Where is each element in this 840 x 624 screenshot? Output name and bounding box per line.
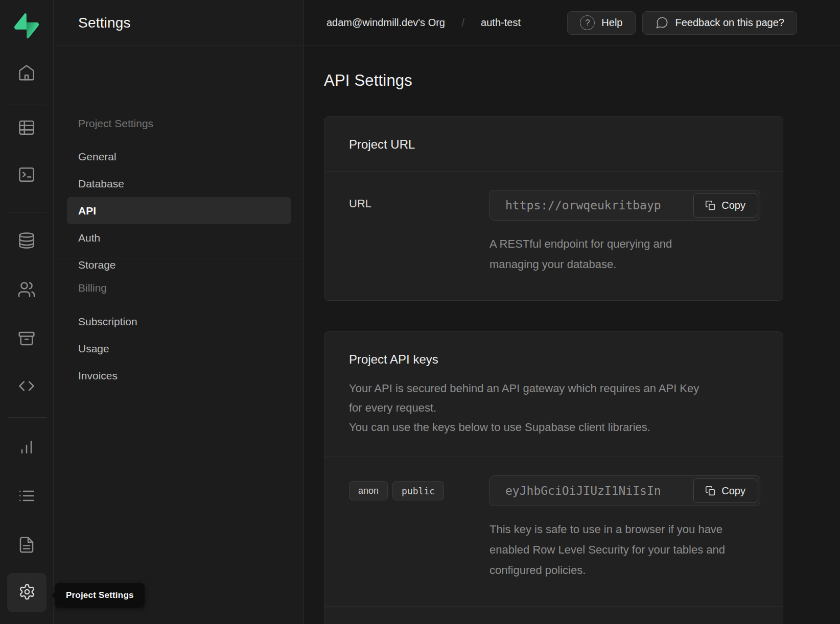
breadcrumb-project[interactable]: auth-test <box>481 17 521 29</box>
settings-sidebar: Settings Project Settings General Databa… <box>54 0 304 624</box>
api-keys-description-line2: You can use the keys below to use Supaba… <box>349 418 707 437</box>
api-code-icon <box>17 377 36 397</box>
anon-key-description: This key is safe to use in a browser if … <box>489 519 727 581</box>
main-area: adam@windmill.dev's Org / auth-test ? He… <box>305 0 840 624</box>
speech-bubble-icon <box>655 16 669 30</box>
help-question-icon: ? <box>580 15 595 30</box>
sidebar-item-auth[interactable]: Auth <box>54 224 304 251</box>
section-label-project-settings: Project Settings <box>78 117 153 130</box>
project-settings-gear-button[interactable] <box>7 573 46 612</box>
icon-rail <box>0 0 54 624</box>
sidebar-item-api[interactable]: API <box>67 197 291 224</box>
copy-icon <box>705 200 716 211</box>
api-nav-button[interactable] <box>12 375 41 398</box>
topbar-actions: ? Help Feedback on this page? <box>567 11 797 35</box>
table-editor-icon <box>17 118 36 138</box>
copy-button-label: Copy <box>721 485 745 497</box>
table-editor-nav-button[interactable] <box>12 116 41 140</box>
key-badges: anon public <box>349 475 489 581</box>
auth-users-icon <box>17 280 36 300</box>
sidebar-section-divider <box>54 258 304 258</box>
url-description: A RESTful endpoint for querying and mana… <box>489 234 694 275</box>
database-icon <box>17 231 36 251</box>
database-nav-button[interactable] <box>12 229 41 253</box>
url-field-content: https://orwqeukritbayp Copy A RESTful <box>489 190 760 275</box>
logs-nav-button[interactable] <box>12 485 41 508</box>
settings-gear-icon <box>18 583 36 602</box>
storage-nav-button[interactable] <box>12 327 41 351</box>
api-keys-card-title: Project API keys <box>349 352 758 367</box>
sql-terminal-icon <box>17 165 36 185</box>
section-label-billing: Billing <box>78 282 107 294</box>
sidebar-title: Settings <box>78 15 131 31</box>
help-button[interactable]: ? Help <box>567 11 635 35</box>
reports-icon <box>17 438 36 458</box>
api-keys-card: Project API keys Your API is secured beh… <box>324 331 783 624</box>
settings-sidebar-nav: Project Settings General Database API Au… <box>54 46 304 624</box>
copy-anon-key-button[interactable]: Copy <box>693 478 757 503</box>
auth-nav-button[interactable] <box>12 278 41 302</box>
project-url-card-header: Project URL <box>324 117 783 171</box>
project-settings-tooltip: Project Settings <box>55 583 145 608</box>
anon-key-content: eyJhbGciOiJIUzI1NiIsIn Copy This key <box>489 475 760 581</box>
api-keys-card-body: anon public eyJhbGciOiJIUzI1NiIsIn <box>324 457 783 606</box>
settings-sidebar-header: Settings <box>54 0 304 46</box>
home-icon <box>17 63 36 83</box>
url-field-label: URL <box>349 190 489 275</box>
sidebar-item-general[interactable]: General <box>54 143 304 170</box>
logs-list-icon <box>17 487 36 507</box>
breadcrumb: adam@windmill.dev's Org / auth-test <box>326 16 521 30</box>
sidebar-item-invoices[interactable]: Invoices <box>54 362 304 389</box>
project-url-card-title: Project URL <box>349 137 758 152</box>
breadcrumb-org[interactable]: adam@windmill.dev's Org <box>326 17 445 29</box>
rail-divider <box>8 417 46 418</box>
breadcrumb-separator: / <box>461 16 464 30</box>
api-keys-description-line1: Your API is secured behind an API gatewa… <box>349 379 707 418</box>
page-content: API Settings Project URL URL https://orw… <box>305 46 840 624</box>
feedback-button[interactable]: Feedback on this page? <box>642 11 798 35</box>
project-url-card-body: URL https://orwqeukritbayp Copy <box>324 172 783 300</box>
tooltip-label: Project Settings <box>66 590 134 601</box>
storage-icon <box>17 329 36 349</box>
anon-badge: anon <box>349 481 388 500</box>
feedback-button-label: Feedback on this page? <box>675 17 785 29</box>
supabase-logo[interactable] <box>14 13 39 39</box>
api-keys-card-header: Project API keys Your API is secured beh… <box>324 332 783 457</box>
help-button-label: Help <box>601 17 622 29</box>
api-keys-description: Your API is secured behind an API gatewa… <box>349 379 707 437</box>
reports-nav-button[interactable] <box>12 436 41 459</box>
project-url-card: Project URL URL https://orwqeukritbayp <box>324 116 783 301</box>
rail-divider <box>8 105 46 105</box>
page-title: API Settings <box>324 71 840 90</box>
public-badge: public <box>392 481 444 500</box>
anon-key-input-wrap: eyJhbGciOiJIUzI1NiIsIn Copy <box>489 475 760 506</box>
sidebar-item-database[interactable]: Database <box>54 170 304 197</box>
home-nav-button[interactable] <box>12 61 41 85</box>
topbar: adam@windmill.dev's Org / auth-test ? He… <box>305 0 840 46</box>
copy-button-label: Copy <box>721 200 745 211</box>
copy-url-button[interactable]: Copy <box>693 193 757 218</box>
url-input-wrap: https://orwqeukritbayp Copy <box>489 190 760 221</box>
file-text-icon <box>17 536 36 556</box>
sidebar-item-storage[interactable]: Storage <box>54 251 304 278</box>
sidebar-item-subscription[interactable]: Subscription <box>54 308 304 335</box>
copy-icon <box>705 486 716 496</box>
docs-nav-button[interactable] <box>12 534 41 557</box>
card-clipped-row <box>324 607 783 624</box>
sql-editor-nav-button[interactable] <box>12 163 41 187</box>
rail-divider <box>8 212 46 212</box>
sidebar-item-usage[interactable]: Usage <box>54 335 304 362</box>
